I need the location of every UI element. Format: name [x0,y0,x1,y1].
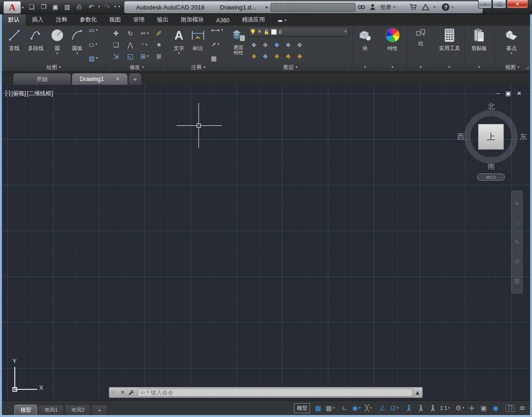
base-button[interactable]: 基点 ▾ [502,27,521,55]
undo-button[interactable]: ↶ [86,2,96,11]
ribbon-tab-output[interactable]: 输出 [151,14,175,26]
isometric-drafting-button[interactable]: ╳▾ [362,401,374,415]
layer-tool-freeze[interactable]: ❖ [274,42,280,48]
viewport-close-icon[interactable]: ✕ [517,91,522,96]
move-button[interactable]: ✚ [109,30,123,37]
snap-mode-button[interactable]: ▦▾ [324,401,336,415]
osnap-dropdown-icon[interactable]: ▾ [397,407,399,410]
array-button[interactable]: ⊞▾ [137,53,152,60]
viewport-control-visual-style[interactable]: [二维线框] [27,90,53,98]
ribbon-tab-a360[interactable]: A360 [210,15,236,26]
full-navigation-wheel-icon[interactable]: ✛ [514,201,519,206]
viewcube-south[interactable]: 南 [488,162,495,171]
erase-button[interactable]: ✐ [152,30,166,37]
layer-tool-previous[interactable]: ❖ [262,53,268,60]
panel-label-draw[interactable]: 绘图▾ [2,63,105,71]
ribbon-display-options[interactable]: ▬ ▾ [278,18,286,26]
layer-tool-thaw[interactable]: ❖ [285,53,291,60]
showmotion-icon[interactable]: ▤ [514,278,520,284]
viewport-control-view[interactable]: [俯视] [11,90,26,98]
layer-tool-on[interactable]: ❖ [274,53,280,60]
help-dropdown-icon[interactable]: ▾ [451,6,453,9]
application-menu-button[interactable]: A [3,1,21,14]
command-bar-close-icon[interactable]: ✕ [117,390,127,395]
pan-icon[interactable]: ○ [514,220,519,226]
autodesk-a360-icon[interactable] [422,4,429,10]
table-button[interactable]: ▦ [211,55,226,61]
new-drawing-tab-button[interactable]: + [129,73,141,85]
command-input-field[interactable]: ▭ ▾ [137,388,413,397]
workspace-switching-button[interactable]: ⚙▾ [454,401,466,415]
command-bar-customize-wrench-icon[interactable] [127,389,137,396]
circle-button[interactable]: 圆 ▾ [48,27,67,55]
maximize-button[interactable]: ▢ [492,0,506,9]
search-expand-icon[interactable]: ▸ [263,5,271,10]
panel-label-group[interactable]: ▾ [407,63,434,71]
layer-tool-unisolate[interactable]: ❖ [262,42,268,48]
polar-dropdown-icon[interactable]: ▾ [359,407,361,410]
utilities-button[interactable]: 实用工具 [437,27,462,52]
panel-label-annotate[interactable]: 注释▾ [168,63,229,71]
panel-label-modify[interactable]: 修改▾ [106,63,167,71]
rotate-button[interactable]: ↻ [123,30,137,37]
ribbon-tab-parametric[interactable]: 参数化 [73,14,103,26]
plot-button[interactable]: ⎙ [74,2,84,11]
command-history-up-icon[interactable]: ▲ [416,390,422,395]
open-button[interactable]: ❐ [39,2,48,11]
layer-properties-button[interactable]: 图层特性 [230,27,247,55]
qat-customize-dropdown-icon[interactable]: ▾ [118,5,120,9]
drawing-area[interactable]: [-] [俯视] [二维线框] ‒ ▣ ✕ 北 上 西 东 南 WCS ✛ ○ … [2,85,530,400]
rectangle-button[interactable]: ▭▾ [89,27,104,33]
scale-dropdown-icon[interactable]: ▾ [449,407,450,410]
search-binoculars-icon[interactable] [358,4,365,10]
object-snap-tracking-button[interactable]: ∠ [376,401,388,415]
layer-tool-off[interactable]: ❖ [285,42,291,48]
layout-tab-layout1[interactable]: 布局1 [38,405,64,415]
ribbon-tab-manage[interactable]: 管理 [127,14,151,26]
annotation-scale-person-button[interactable] [427,401,438,415]
navigation-bar[interactable]: ✛ ○ ↻ ◎ ▤ [511,191,522,294]
layer-tool-match[interactable]: ❖ [297,42,303,48]
help-search-box[interactable] [271,3,355,12]
layer-tool-lock[interactable]: ❖ [297,53,303,60]
ribbon-tab-view[interactable]: 视图 [103,14,127,26]
stretch-button[interactable]: ⇲ [109,53,123,60]
object-snap-button[interactable]: ⊡▾ [388,401,400,415]
customize-status-bar-button[interactable]: ≡ [516,401,528,415]
file-tab-drawing1[interactable]: Drawing1 ✕ [72,73,127,85]
minimize-button[interactable]: ‒ [478,0,492,9]
ribbon-tab-annotate[interactable]: 注释 [50,14,73,26]
clean-screen-button[interactable]: ❒ [504,401,516,415]
snap-dropdown-icon[interactable]: ▾ [333,407,335,410]
app-store-cart-icon[interactable] [409,4,417,10]
group-button[interactable]: 组 [411,27,430,47]
polar-tracking-button[interactable]: ◉▾ [350,401,362,415]
arc-button[interactable]: 圆弧 ▾ [68,27,87,55]
redo-button[interactable]: ↷ [103,2,112,11]
ortho-mode-button[interactable]: ∟ [338,401,350,415]
text-button[interactable]: A 文字 ▾ [171,27,187,55]
signin-person-icon[interactable] [370,4,376,10]
dimension-style-button[interactable]: ⟷▾ [211,27,226,33]
viewcube-top-face[interactable]: 上 [478,124,504,150]
file-tab-start[interactable]: 开始 [13,73,71,85]
annotation-scale-button[interactable]: 1:1▾ [438,401,451,415]
dimension-button[interactable]: 标注 [189,27,207,52]
panel-label-properties[interactable]: ▾ [378,63,407,71]
fillet-button[interactable]: ◜▾ [137,41,152,48]
graphics-performance-button[interactable]: ◉ [490,401,501,415]
ribbon-tab-insert[interactable]: 插入 [26,14,50,26]
panel-label-layers[interactable]: 图层▾ [229,63,352,71]
application-menu-dropdown-icon[interactable]: ▾ [22,6,24,10]
annotation-monitor-button[interactable]: + [466,401,478,415]
panel-label-clipboard[interactable]: ▾ [464,63,494,71]
new-drawing-button[interactable]: ❏ [27,2,36,11]
recent-commands-icon[interactable]: ▭ [140,390,145,395]
panel-label-utilities[interactable]: ▾ [435,63,464,71]
recent-commands-dropdown-icon[interactable]: ▾ [147,391,149,394]
ellipse-button[interactable]: ○▾ [89,41,104,48]
line-button[interactable]: 直线 [5,27,24,52]
ribbon-tab-default[interactable]: 默认 [2,14,26,26]
layer-dropdown[interactable]: ☀ 0 ▾ [248,27,349,37]
scale-button[interactable]: ◱ [123,53,137,60]
